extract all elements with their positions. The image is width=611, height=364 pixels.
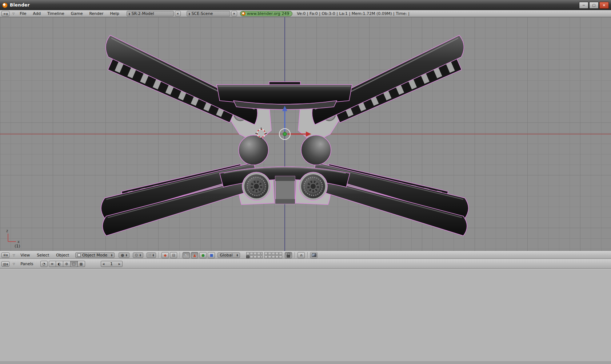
- pivot-selector[interactable]: ⊙ ▲▼: [133, 252, 143, 258]
- scene-selector[interactable]: ▲▼ SCE:Scene: [187, 11, 230, 16]
- screen-selector[interactable]: ▲▼ SR:2-Model: [127, 11, 174, 16]
- chevron-updown-icon: ▲▼: [237, 254, 238, 256]
- layer-toggle-20[interactable]: [279, 255, 282, 258]
- layer-toggle-3[interactable]: [253, 252, 257, 255]
- mode-selector-value: Object Mode: [82, 253, 107, 258]
- separator: [307, 252, 308, 258]
- info-editor-icon: ≡: [3, 12, 6, 16]
- menu-render[interactable]: Render: [86, 11, 106, 17]
- scale-manipulator-button[interactable]: ■: [208, 252, 215, 258]
- layer-toggle-15[interactable]: [261, 255, 263, 258]
- object-context-button[interactable]: ⊕: [63, 261, 71, 267]
- chevron-updown-icon: ▲▼: [7, 263, 8, 266]
- layer-toggle-7[interactable]: [268, 252, 271, 255]
- editing-icon: □: [72, 262, 75, 266]
- snap-button[interactable]: ∩: [297, 252, 305, 258]
- chevron-updown-icon: ▲▼: [126, 254, 127, 256]
- menu-add[interactable]: Add: [30, 11, 44, 17]
- manipulator-toggle-button[interactable]: ↖: [183, 252, 190, 258]
- layer-toggle-2[interactable]: [250, 252, 253, 255]
- screen-delete-button[interactable]: ✕: [175, 11, 181, 16]
- frame-value[interactable]: 1: [106, 262, 117, 266]
- draw-type-selector[interactable]: ● ▲▼: [119, 252, 129, 258]
- mode-selector[interactable]: Object Mode ▲▼: [75, 252, 115, 258]
- layer-toggle-19[interactable]: [275, 255, 279, 258]
- frame-indicator: (1): [15, 244, 20, 248]
- frame-right-half[interactable]: [295, 35, 468, 236]
- chevron-updown-icon: ▲▼: [129, 12, 130, 15]
- layer-toggle-6[interactable]: [264, 252, 268, 255]
- rotate-icon: ●: [201, 253, 205, 257]
- object-context-icon: ⊕: [65, 262, 68, 266]
- editing-context-button[interactable]: □: [71, 261, 78, 267]
- autokey-icon: ⊟: [172, 253, 175, 257]
- layer-toggle-4[interactable]: [257, 252, 260, 255]
- chevron-updown-icon: ▲▼: [153, 254, 154, 256]
- menu-select[interactable]: Select: [34, 252, 52, 258]
- viewport-3d[interactable]: z x (1): [0, 17, 611, 251]
- lock-icon: [287, 255, 290, 258]
- close-button[interactable]: ✕: [599, 2, 609, 9]
- logic-context-button[interactable]: ◔: [40, 261, 48, 267]
- layer-toggle-14[interactable]: [257, 255, 260, 258]
- viewport-header-collapse-icon[interactable]: ▽: [11, 254, 16, 257]
- menu-file[interactable]: File: [17, 11, 29, 17]
- frame-left-half[interactable]: [101, 35, 274, 236]
- manipulator-center-dot[interactable]: [283, 132, 287, 136]
- orientation-selector[interactable]: Global ▲▼: [217, 252, 240, 258]
- top-crossbar[interactable]: [217, 82, 352, 110]
- menu-view[interactable]: View: [17, 252, 33, 258]
- buttons-header-collapse-icon[interactable]: ▽: [11, 262, 16, 266]
- buttons-panel-content[interactable]: [0, 269, 611, 364]
- maximize-button[interactable]: ▢: [589, 2, 599, 9]
- scene-icon: ▦: [79, 262, 83, 266]
- autokey-button[interactable]: ⊟: [170, 252, 177, 258]
- render-preview-button[interactable]: [310, 252, 318, 258]
- layer-toggle-16[interactable]: [264, 255, 268, 258]
- menu-object[interactable]: Object: [53, 252, 72, 258]
- editor-type-button[interactable]: ≡ ▲▼: [1, 11, 9, 16]
- script-context-button[interactable]: ≡: [49, 261, 56, 267]
- center-box[interactable]: [275, 176, 295, 204]
- shading-icon: ◐: [58, 262, 61, 266]
- layer-toggle-13[interactable]: [253, 255, 257, 258]
- frame-next-icon[interactable]: ▶: [117, 263, 122, 266]
- translate-manipulator-button[interactable]: ▲: [191, 252, 198, 258]
- solid-drawtype-icon: ●: [121, 253, 124, 258]
- version-badge[interactable]: www.blender.org 249: [240, 11, 293, 16]
- wheel-right[interactable]: [299, 172, 327, 201]
- menu-timeline[interactable]: Timeline: [44, 11, 67, 17]
- layout-selector[interactable]: ∷ ▲▼: [147, 252, 156, 258]
- menu-panels[interactable]: Panels: [17, 261, 36, 267]
- separator: [159, 252, 159, 258]
- layer-toggle-10[interactable]: [279, 252, 282, 255]
- viewport-editor-type-button[interactable]: ⊞ ▲▼: [1, 252, 9, 258]
- header-collapse-icon[interactable]: ▽: [11, 12, 16, 15]
- buttons-editor-type-button[interactable]: ▤ ▲▼: [1, 261, 9, 267]
- layer-toggle-18[interactable]: [272, 255, 275, 258]
- scene-context-button[interactable]: ▦: [78, 261, 85, 267]
- minimize-button[interactable]: ─: [579, 2, 588, 9]
- wheel-left[interactable]: [242, 172, 271, 201]
- chevron-updown-icon: ▲▼: [189, 12, 190, 15]
- proportional-edit-button[interactable]: ◆: [161, 252, 169, 258]
- layer-toggle-11[interactable]: [246, 255, 249, 258]
- layer-toggle-9[interactable]: [275, 252, 279, 255]
- frame-prev-icon[interactable]: ◀: [101, 263, 106, 266]
- menu-game[interactable]: Game: [68, 11, 86, 17]
- axis-label-x: x: [17, 240, 20, 244]
- chevron-updown-icon: ▲▼: [6, 254, 8, 256]
- lock-layers-button[interactable]: [285, 252, 292, 258]
- layer-toggle-1[interactable]: [246, 252, 249, 255]
- layer-toggle-12[interactable]: [250, 255, 253, 258]
- 3d-view-icon: ⊞: [3, 253, 6, 257]
- layer-toggle-17[interactable]: [268, 255, 271, 258]
- blender-logo-icon: [241, 12, 245, 16]
- titlebar[interactable]: Blender ─ ▢ ✕: [0, 0, 611, 10]
- layer-toggle-5[interactable]: [261, 252, 263, 255]
- rotate-manipulator-button[interactable]: ●: [199, 252, 207, 258]
- scene-delete-button[interactable]: ✕: [231, 11, 237, 16]
- layer-toggle-8[interactable]: [272, 252, 275, 255]
- shading-context-button[interactable]: ◐: [56, 261, 63, 267]
- menu-help[interactable]: Help: [107, 11, 122, 17]
